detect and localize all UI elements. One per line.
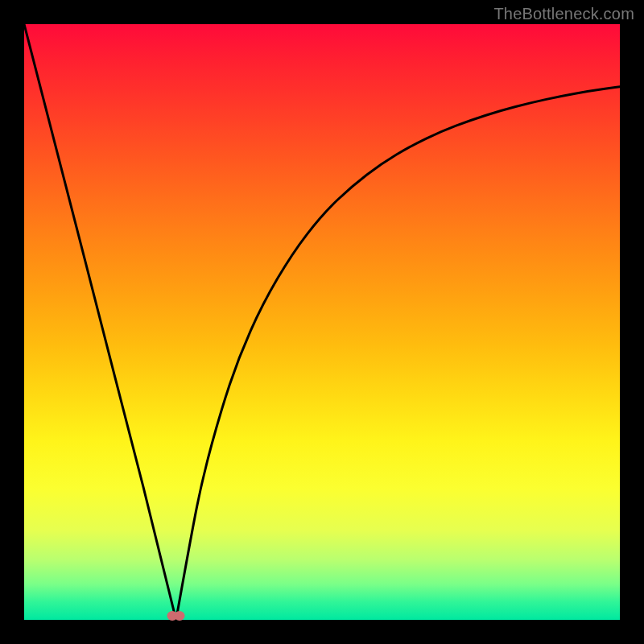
right-branch xyxy=(176,87,620,620)
plot-area xyxy=(24,24,620,620)
min-marker-b xyxy=(175,611,185,621)
chart-frame: TheBottleneck.com xyxy=(0,0,644,644)
curve-layer xyxy=(24,24,620,620)
left-branch xyxy=(24,24,176,620)
watermark-text: TheBottleneck.com xyxy=(493,5,634,23)
